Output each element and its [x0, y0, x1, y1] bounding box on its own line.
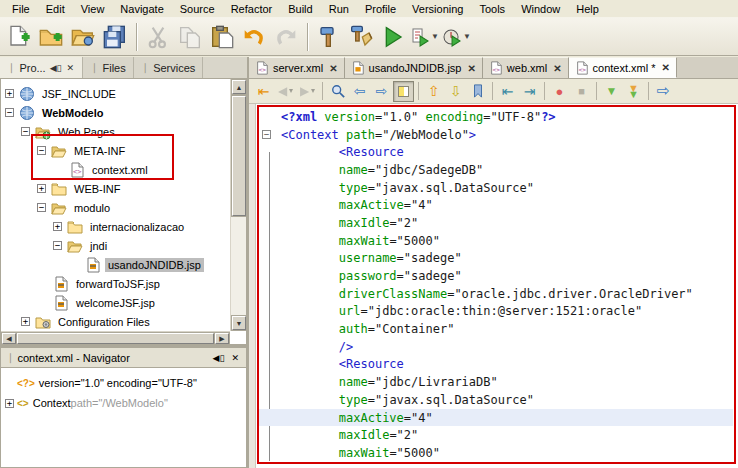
explorer-tab-services[interactable]: ❘Services	[134, 57, 204, 78]
last-edit-button[interactable]: ⇤	[253, 81, 274, 102]
expand-toggle-icon[interactable]: +	[21, 317, 30, 326]
build-project-button[interactable]	[314, 22, 344, 52]
code-line[interactable]: driverClassName="oracle.jdbc.driver.Orac…	[259, 285, 733, 303]
navigator-item[interactable]: <?>version="1.0" encoding="UTF-8"	[3, 373, 244, 393]
code-line[interactable]: <Resource	[259, 356, 733, 374]
clean-build-project-button[interactable]	[346, 22, 376, 52]
code-view[interactable]: <?xml version="1.0" encoding="UTF-8"?>−<…	[259, 108, 733, 461]
minimize-panel-icon[interactable]: ◀▯	[211, 353, 227, 363]
menu-item-build[interactable]: Build	[280, 1, 320, 17]
projects-tree[interactable]: +JSF_INCLUDE−WebModelo−Web Pages−META-IN…	[1, 79, 230, 331]
menu-item-refactor[interactable]: Refactor	[223, 1, 281, 17]
code-line[interactable]: password="sadege"	[259, 267, 733, 285]
menu-item-tools[interactable]: Tools	[471, 1, 513, 17]
code-line[interactable]: <Resource	[259, 143, 733, 161]
menu-item-help[interactable]: Help	[568, 1, 607, 17]
dropdown-arrow-icon[interactable]: ▼	[431, 32, 439, 41]
expand-toggle-icon[interactable]: +	[5, 89, 14, 98]
close-tab-icon[interactable]: ✕	[329, 63, 337, 74]
find-selection-button[interactable]	[327, 81, 348, 102]
tree-item-usandojndidb-jsp[interactable]: usandoJNDIDB.jsp	[1, 255, 230, 274]
tree-item-web-pages[interactable]: −Web Pages	[1, 122, 230, 141]
profile-project-button[interactable]: ▼	[442, 22, 472, 52]
code-line[interactable]: auth="Container"	[259, 320, 733, 338]
menu-item-source[interactable]: Source	[172, 1, 223, 17]
close-tab-icon[interactable]: ✕	[467, 63, 475, 74]
tree-item-meta-inf[interactable]: −META-INF	[1, 141, 230, 160]
shift-left-button[interactable]: ⇤	[497, 81, 518, 102]
close-panel-icon[interactable]: ✕	[229, 353, 241, 363]
collapse-toggle-icon[interactable]: −	[21, 127, 30, 136]
code-line[interactable]: maxIdle="2"	[259, 426, 733, 444]
tree-vertical-scrollbar[interactable]: ▲ ▼	[230, 79, 246, 331]
tree-item-internacionalizacao[interactable]: +internacionalizacao	[1, 217, 230, 236]
undo-button[interactable]	[239, 22, 269, 52]
expand-toggle-icon[interactable]: +	[37, 184, 46, 193]
paste-button[interactable]	[207, 22, 237, 52]
navigator-item[interactable]: +<>Context path="/WebModelo"	[3, 393, 244, 413]
tree-item-forwardtojsf-jsp[interactable]: forwardToJSF.jsp	[1, 274, 230, 293]
new-project-button[interactable]	[36, 22, 66, 52]
menu-item-window[interactable]: Window	[513, 1, 568, 17]
code-line[interactable]: username="sadege"	[259, 250, 733, 268]
more-button[interactable]: ⇨	[653, 81, 674, 102]
minimize-panel-icon[interactable]: ◀▯	[49, 63, 63, 73]
toggle-highlight-button[interactable]	[393, 81, 414, 102]
editor-tab-usandojndidbjsp[interactable]: usandoJNDIDB.jsp✕	[345, 57, 483, 78]
code-line[interactable]: type="javax.sql.DataSource"	[259, 391, 733, 409]
close-panel-icon[interactable]: ✕	[66, 63, 76, 73]
tree-horizontal-scrollbar[interactable]: ◀ ▶	[1, 331, 230, 344]
explorer-tab-pro[interactable]: ❘Pro...◀▯✕	[0, 57, 83, 78]
debug-project-button[interactable]: ▼	[410, 22, 440, 52]
expand-toggle-icon[interactable]: +	[53, 222, 62, 231]
collapse-fold-button[interactable]: ▼	[601, 81, 622, 102]
tree-item-welcomejsf-jsp[interactable]: welcomeJSF.jsp	[1, 293, 230, 312]
code-line[interactable]: maxWait="5000"	[259, 232, 733, 250]
code-line[interactable]: maxIdle="2"	[259, 214, 733, 232]
scroll-left-button[interactable]: ◀	[2, 333, 16, 344]
explorer-tab-files[interactable]: ❘Files	[83, 57, 134, 78]
code-line[interactable]: type="javax.sql.DataSource"	[259, 179, 733, 197]
tree-item-modulo[interactable]: −modulo	[1, 198, 230, 217]
code-line[interactable]: url="jdbc:oracle:thin:@server:1521:oracl…	[259, 303, 733, 321]
collapse-toggle-icon[interactable]: −	[37, 146, 46, 155]
new-file-button[interactable]	[4, 22, 34, 52]
code-line[interactable]: />	[259, 338, 733, 356]
editor-tab-contextxml[interactable]: <>context.xml *✕	[569, 57, 677, 78]
scroll-right-button[interactable]: ▶	[215, 333, 229, 344]
collapse-toggle-icon[interactable]: −	[53, 241, 62, 250]
menu-item-navigate[interactable]: Navigate	[112, 1, 171, 17]
tree-item-jndi[interactable]: −jndi	[1, 236, 230, 255]
tree-item-web-inf[interactable]: +WEB-INF	[1, 179, 230, 198]
tree-item-webmodelo[interactable]: −WebModelo	[1, 103, 230, 122]
scroll-up-button[interactable]: ▲	[232, 80, 246, 94]
code-line[interactable]: name="jdbc/LivrariaDB"	[259, 373, 733, 391]
close-tab-icon[interactable]: ✕	[553, 63, 561, 74]
editor-tab-webxml[interactable]: <>web.xml✕	[483, 57, 569, 78]
scroll-down-button[interactable]: ▼	[232, 316, 246, 330]
code-line[interactable]: name="jdbc/SadegeDB"	[259, 161, 733, 179]
dropdown-arrow-icon[interactable]: ▼	[463, 32, 471, 41]
menu-item-run[interactable]: Run	[321, 1, 357, 17]
tree-item-configuration-files[interactable]: +Configuration Files	[1, 312, 230, 331]
menu-item-file[interactable]: File	[4, 1, 38, 17]
shift-right-button[interactable]: ⇥	[519, 81, 540, 102]
expand-toggle-icon[interactable]: +	[5, 399, 14, 408]
tree-item-context-xml[interactable]: <>context.xml	[1, 160, 230, 179]
editor-tab-serverxml[interactable]: <>server.xml✕	[249, 57, 345, 78]
menu-item-edit[interactable]: Edit	[38, 1, 73, 17]
previous-bookmark-button[interactable]: ⇧	[423, 81, 444, 102]
run-project-button[interactable]	[378, 22, 408, 52]
tree-item-jsf_include[interactable]: +JSF_INCLUDE	[1, 84, 230, 103]
code-line[interactable]: maxActive="4"	[259, 409, 733, 427]
menu-item-profile[interactable]: Profile	[357, 1, 404, 17]
editor-content[interactable]: <?xml version="1.0" encoding="UTF-8"?>−<…	[249, 104, 738, 468]
code-line[interactable]: maxActive="4"	[259, 196, 733, 214]
menu-item-view[interactable]: View	[73, 1, 113, 17]
toggle-bookmark-button[interactable]	[467, 81, 488, 102]
collapse-toggle-icon[interactable]: −	[5, 108, 14, 117]
open-project-button[interactable]	[68, 22, 98, 52]
find-previous-button[interactable]: ⇦	[349, 81, 370, 102]
menu-item-versioning[interactable]: Versioning	[404, 1, 471, 17]
save-all-button[interactable]	[100, 22, 130, 52]
